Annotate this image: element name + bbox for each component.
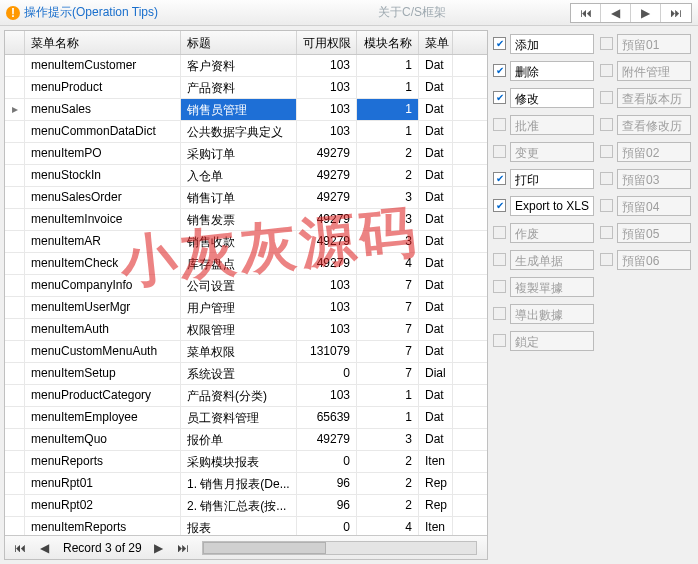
- permission-item: 鎖定: [490, 327, 597, 354]
- table-row[interactable]: menuReports采购模块报表02Iten: [5, 451, 487, 473]
- cell-menu: Iten: [419, 517, 453, 535]
- col-module[interactable]: 模块名称: [357, 31, 419, 54]
- about-link[interactable]: 关于C/S框架: [378, 4, 446, 21]
- permission-item: 預留06: [597, 246, 694, 273]
- cell-menu-name: menuSalesOrder: [25, 187, 181, 208]
- cell-menu-name: menuItemSetup: [25, 363, 181, 384]
- cell-permission: 0: [297, 451, 357, 472]
- table-row[interactable]: menuCustomMenuAuth菜单权限1310797Dat: [5, 341, 487, 363]
- cell-title: 产品资料(分类): [181, 385, 297, 406]
- cell-permission: 49279: [297, 253, 357, 274]
- nav-next-icon[interactable]: ▶: [631, 4, 661, 22]
- permission-label: 查看修改历: [617, 115, 691, 135]
- cell-menu-name: menuRpt01: [25, 473, 181, 494]
- permission-item[interactable]: 修改: [490, 84, 597, 111]
- checkbox: [493, 145, 506, 158]
- permission-item[interactable]: 打印: [490, 165, 597, 192]
- pager-prev-icon[interactable]: ◀: [33, 539, 55, 557]
- checkbox: [493, 118, 506, 131]
- row-indicator-icon: [5, 429, 25, 450]
- permission-item[interactable]: Export to XLS: [490, 192, 597, 219]
- checkbox: [600, 37, 613, 50]
- table-row[interactable]: menuRpt022. 销售汇总表(按...962Rep: [5, 495, 487, 517]
- permission-label: 生成单据: [510, 250, 594, 270]
- permission-item: 批准: [490, 111, 597, 138]
- cell-permission: 103: [297, 121, 357, 142]
- permission-label: 查看版本历: [617, 88, 691, 108]
- cell-menu-name: menuItemUserMgr: [25, 297, 181, 318]
- row-indicator-icon: [5, 451, 25, 472]
- cell-menu-name: menuItemReports: [25, 517, 181, 535]
- row-indicator-icon: ▸: [5, 99, 25, 120]
- cell-permission: 103: [297, 99, 357, 120]
- cell-menu: Dat: [419, 429, 453, 450]
- table-row[interactable]: menuItemPO采购订单492792Dat: [5, 143, 487, 165]
- table-row[interactable]: menuItemInvoice销售发票492793Dat: [5, 209, 487, 231]
- table-row[interactable]: menuItemCustomer客户资料1031Dat: [5, 55, 487, 77]
- row-indicator-icon: [5, 121, 25, 142]
- checkbox[interactable]: [493, 199, 506, 212]
- permission-item: 預留01: [597, 30, 694, 57]
- nav-last-icon[interactable]: ⏭: [661, 4, 691, 22]
- permission-label: 預留02: [617, 142, 691, 162]
- cell-menu-name: menuProduct: [25, 77, 181, 98]
- table-row[interactable]: ▸menuSales销售员管理1031Dat: [5, 99, 487, 121]
- permission-label: 附件管理: [617, 61, 691, 81]
- permission-item: 生成单据: [490, 246, 597, 273]
- checkbox[interactable]: [493, 172, 506, 185]
- checkbox[interactable]: [493, 91, 506, 104]
- cell-module: 7: [357, 363, 419, 384]
- col-permission[interactable]: 可用权限: [297, 31, 357, 54]
- row-indicator-icon: [5, 275, 25, 296]
- operation-tips-link[interactable]: 操作提示(Operation Tips): [24, 4, 158, 21]
- col-menu-name[interactable]: 菜单名称: [25, 31, 181, 54]
- pager-last-icon[interactable]: ⏭: [172, 539, 194, 557]
- nav-first-icon[interactable]: ⏮: [571, 4, 601, 22]
- checkbox: [493, 334, 506, 347]
- table-row[interactable]: menuItemSetup系统设置07Dial: [5, 363, 487, 385]
- table-row[interactable]: menuSalesOrder销售订单492793Dat: [5, 187, 487, 209]
- pager-next-icon[interactable]: ▶: [148, 539, 170, 557]
- table-row[interactable]: menuProduct产品资料1031Dat: [5, 77, 487, 99]
- checkbox[interactable]: [493, 64, 506, 77]
- cell-permission: 49279: [297, 143, 357, 164]
- cell-menu: Dat: [419, 165, 453, 186]
- table-row[interactable]: menuItemReports报表04Iten: [5, 517, 487, 535]
- checkbox: [600, 253, 613, 266]
- permissions-panel: 添加删除修改批准变更打印Export to XLS作废生成单据複製單據導出數據鎖…: [488, 26, 698, 564]
- cell-module: 2: [357, 143, 419, 164]
- checkbox: [600, 199, 613, 212]
- cell-title: 入仓单: [181, 165, 297, 186]
- horizontal-scrollbar[interactable]: [202, 541, 477, 555]
- nav-prev-icon[interactable]: ◀: [601, 4, 631, 22]
- pager-first-icon[interactable]: ⏮: [9, 539, 31, 557]
- permission-item[interactable]: 添加: [490, 30, 597, 57]
- table-row[interactable]: menuItemAuth权限管理1037Dat: [5, 319, 487, 341]
- permission-label: 預留03: [617, 169, 691, 189]
- permission-label: 变更: [510, 142, 594, 162]
- table-row[interactable]: menuItemCheck库存盘点492794Dat: [5, 253, 487, 275]
- table-row[interactable]: menuCompanyInfo公司设置1037Dat: [5, 275, 487, 297]
- permission-item: 預留05: [597, 219, 694, 246]
- table-row[interactable]: menuItemQuo报价单492793Dat: [5, 429, 487, 451]
- cell-permission: 96: [297, 495, 357, 516]
- table-row[interactable]: menuItemEmployee员工资料管理656391Dat: [5, 407, 487, 429]
- col-menu[interactable]: 菜单: [419, 31, 453, 54]
- cell-title: 销售订单: [181, 187, 297, 208]
- table-row[interactable]: menuStockIn入仓单492792Dat: [5, 165, 487, 187]
- cell-title: 公司设置: [181, 275, 297, 296]
- table-row[interactable]: menuItemAR销售收款492793Dat: [5, 231, 487, 253]
- table-row[interactable]: menuRpt011. 销售月报表(De...962Rep: [5, 473, 487, 495]
- table-row[interactable]: menuProductCategory产品资料(分类)1031Dat: [5, 385, 487, 407]
- permission-item[interactable]: 删除: [490, 57, 597, 84]
- cell-menu: Dat: [419, 275, 453, 296]
- table-row[interactable]: menuCommonDataDict公共数据字典定义1031Dat: [5, 121, 487, 143]
- permission-item: 查看版本历: [597, 84, 694, 111]
- col-title[interactable]: 标题: [181, 31, 297, 54]
- checkbox: [600, 145, 613, 158]
- table-row[interactable]: menuItemUserMgr用户管理1037Dat: [5, 297, 487, 319]
- checkbox[interactable]: [493, 37, 506, 50]
- cell-module: 1: [357, 385, 419, 406]
- cell-title: 系统设置: [181, 363, 297, 384]
- grid-body[interactable]: menuItemCustomer客户资料1031DatmenuProduct产品…: [5, 55, 487, 535]
